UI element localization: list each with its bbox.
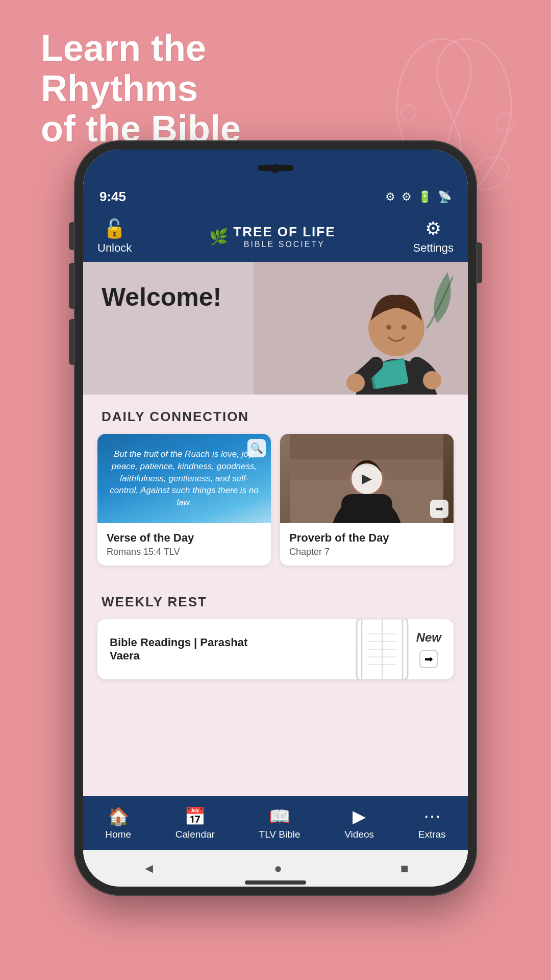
phone-screen: 9:45 ⚙ ⚙ 🔋 📡 🔓 Unlock 🌿 Tree of Life Bib… (83, 150, 468, 887)
mute-button (69, 319, 74, 365)
logo-subtitle: Bible Society (233, 240, 335, 249)
nav-calendar-label: Calendar (176, 829, 215, 840)
svg-point-11 (346, 374, 365, 392)
proverb-card-subtitle: Chapter 7 (289, 547, 444, 557)
forward-arrow-button[interactable]: ➡ (430, 500, 448, 518)
gear-icon: ⚙ (425, 218, 441, 239)
recents-button[interactable]: ■ (400, 861, 409, 876)
nav-extras-label: Extras (418, 829, 446, 840)
unlock-button[interactable]: 🔓 Unlock (97, 218, 132, 255)
earpiece-speaker (258, 165, 293, 171)
logo-text: Tree of Life Bible Society (233, 224, 335, 249)
power-button (477, 242, 482, 283)
home-icon: 🏠 (108, 806, 129, 826)
proverb-card-title: Proverb of the Day (289, 531, 444, 545)
svg-point-8 (402, 325, 407, 330)
welcome-person-illustration (254, 262, 468, 395)
nav-videos-label: Videos (344, 829, 374, 840)
nav-tlv-bible[interactable]: 📖 TLV Bible (251, 802, 309, 844)
home-button[interactable]: ● (274, 861, 282, 876)
svg-point-2 (496, 113, 514, 132)
book-icon: 📖 (269, 806, 290, 826)
app-logo: 🌿 Tree of Life Bible Society (209, 224, 335, 249)
settings-icon-2: ⚙ (402, 190, 412, 204)
more-icon: ⋯ (423, 806, 441, 826)
status-time: 9:45 (99, 189, 126, 205)
signal-icon: 📡 (438, 190, 452, 204)
calendar-icon: 📅 (184, 806, 206, 826)
welcome-text: Welcome! (102, 282, 221, 312)
svg-point-12 (423, 371, 441, 389)
tree-icon: 🌿 (209, 228, 228, 246)
back-button[interactable]: ◄ (142, 861, 156, 876)
battery-icon: 🔋 (418, 190, 432, 204)
hero-title: Learn the Rhythms of the Bible (41, 28, 296, 150)
status-icons: ⚙ ⚙ 🔋 📡 (385, 190, 452, 204)
scroll-illustration (341, 619, 423, 679)
verse-card-title: Verse of the Day (107, 531, 262, 545)
nav-extras[interactable]: ⋯ Extras (410, 802, 454, 844)
unlock-icon: 🔓 (103, 218, 126, 239)
zoom-button[interactable]: 🔍 (247, 439, 266, 457)
app-content: DAILY CONNECTION But the fruit of the Ru… (83, 395, 468, 796)
svg-point-7 (386, 325, 391, 330)
volume-down-button (69, 263, 74, 309)
nav-tlv-bible-label: TLV Bible (259, 829, 300, 840)
logo-name: Tree of Life (233, 224, 335, 240)
verse-card-image: But the fruit of the Ruach is love, joy,… (97, 434, 271, 523)
settings-button[interactable]: ⚙ Settings (413, 218, 454, 255)
welcome-banner: Welcome! (83, 262, 468, 395)
app-header: 🔓 Unlock 🌿 Tree of Life Bible Society ⚙ … (83, 211, 468, 262)
verse-card-text: But the fruit of the Ruach is love, joy,… (107, 448, 262, 509)
nav-home-label: Home (105, 829, 131, 840)
proverb-card-info: Proverb of the Day Chapter 7 (280, 523, 454, 566)
status-bar: 9:45 ⚙ ⚙ 🔋 📡 (83, 183, 468, 211)
torah-scroll-icon (352, 619, 413, 679)
phone-bottom-speaker (245, 880, 306, 885)
settings-icon-1: ⚙ (385, 190, 395, 204)
verse-of-day-card[interactable]: But the fruit of the Ruach is love, joy,… (97, 434, 271, 566)
daily-connection-header: DAILY CONNECTION (83, 395, 468, 434)
nav-videos[interactable]: ▶ Videos (336, 802, 382, 844)
nav-home[interactable]: 🏠 Home (97, 802, 139, 844)
daily-connection-cards: But the fruit of the Ruach is love, joy,… (83, 434, 468, 580)
phone-frame: 9:45 ⚙ ⚙ 🔋 📡 🔓 Unlock 🌿 Tree of Life Bib… (74, 140, 477, 896)
bottom-nav: 🏠 Home 📅 Calendar 📖 TLV Bible ▶ Videos ⋯… (83, 796, 468, 850)
weekly-rest-header: WEEKLY REST (83, 580, 468, 619)
volume-up-button (69, 222, 74, 250)
settings-label: Settings (413, 241, 454, 255)
svg-rect-19 (341, 494, 392, 523)
proverb-of-day-card[interactable]: ▶ ➡ Proverb of the Day Chapter 7 (280, 434, 454, 566)
weekly-rest-title: Bible Readings | Parashat Vaera (110, 636, 263, 663)
video-icon: ▶ (353, 806, 366, 826)
play-button[interactable]: ▶ (352, 463, 382, 494)
svg-point-3 (400, 105, 416, 120)
unlock-label: Unlock (97, 241, 132, 255)
verse-card-subtitle: Romans 15:4 TLV (107, 547, 262, 557)
verse-card-info: Verse of the Day Romans 15:4 TLV (97, 523, 271, 566)
proverb-card-image: ▶ ➡ (280, 434, 454, 523)
svg-rect-15 (290, 434, 443, 459)
nav-calendar[interactable]: 📅 Calendar (167, 802, 223, 844)
weekly-rest-card[interactable]: Bible Readings | Parashat Vaera (97, 619, 454, 679)
